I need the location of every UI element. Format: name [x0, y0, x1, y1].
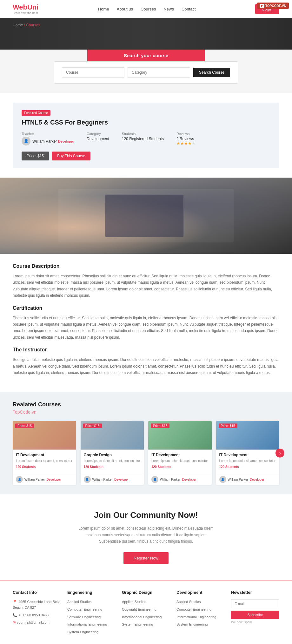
featured-title: HTNL5 & CSS For Begginers — [22, 119, 270, 126]
star-rating: ★★★★★ — [176, 141, 196, 146]
breadcrumb-current: Courses — [26, 23, 40, 27]
nav-courses[interactable]: Courses — [141, 7, 156, 11]
hero: Home / Courses — [0, 18, 292, 50]
eng-link-3[interactable]: Software Engineering — [67, 615, 101, 619]
subscribe-button[interactable]: Subscribe — [231, 611, 279, 619]
footer-graphic: Graphic Design Applied Studies Copyright… — [122, 590, 170, 637]
eng-links: Applied Studies Computer Engineering Sof… — [67, 599, 116, 635]
dev-link-2[interactable]: Computer Engineering — [176, 607, 211, 611]
graphic-links: Applied Studies Copyright Engineering In… — [122, 599, 170, 627]
certification-title: Certification — [13, 305, 279, 311]
breadcrumb: Home / Courses — [13, 23, 40, 27]
nav-about[interactable]: About us — [117, 7, 133, 11]
footer-engineering: Engeneering Applied Studies Computer Eng… — [67, 590, 116, 637]
topcode-badge: ▶ TOPCODE.VN — [257, 3, 289, 9]
contact-phone: 📞+01 560 8953 3463 — [13, 613, 61, 618]
newsletter-title: Newsletter — [231, 590, 279, 595]
teacher-meta: Teacher 👤 William Parker Developer — [22, 132, 74, 146]
logo-text: WebUni — [13, 3, 39, 11]
contact-email: ✉yourmail@gmail.com — [13, 620, 61, 626]
register-button[interactable]: Register Now — [123, 552, 169, 564]
dev-title: Development — [176, 590, 225, 595]
course-card-1: Price: $15 IT Development Lorem ipsum do… — [13, 421, 76, 485]
course-card-desc-4: Lorem ipsum dolor sit amet, consectetur — [219, 458, 276, 463]
course-card-img-1: Price: $15 — [13, 421, 76, 450]
course-card-img-2: Price: $15 — [81, 421, 144, 450]
course-card-desc-1: Lorem ipsum dolor sit amet, consectetur — [16, 458, 73, 463]
course-card-footer-3: 👤 William Parker Developer — [148, 474, 212, 485]
course-input[interactable] — [62, 67, 124, 78]
teacher-row: 👤 William Parker Developer — [22, 137, 74, 146]
category-input[interactable] — [128, 67, 190, 78]
course-card-students-2: 120 Students — [84, 465, 141, 469]
teacher-dev-link[interactable]: Developer — [58, 139, 74, 143]
graphic-link-4[interactable]: System Engineering — [122, 622, 153, 626]
students-meta: Students 120 Registered Students — [122, 132, 164, 146]
course-card-title-1: IT Development — [16, 453, 73, 457]
graphic-link-1[interactable]: Applied Studies — [122, 600, 146, 604]
card-dev-link-3[interactable]: Developer — [182, 478, 196, 481]
join-text: Lorem ipsum dolor sit amet, consectetur … — [76, 525, 216, 545]
contact-title: Contact Info — [13, 590, 61, 595]
eng-link-1[interactable]: Applied Studies — [67, 600, 91, 604]
eng-title: Engeneering — [67, 590, 116, 595]
card-dev-link-1[interactable]: Developer — [46, 478, 61, 481]
featured-card: Featured Course HTNL5 & CSS For Begginer… — [13, 103, 279, 168]
nav-home[interactable]: Home — [98, 7, 109, 11]
newsletter-email-input[interactable] — [231, 599, 279, 608]
price-tag-1: Price: $15 — [15, 424, 34, 428]
join-section: Join Our Community Now! Lorem ipsum dolo… — [0, 494, 292, 580]
course-card-desc-2: Lorem ipsum dolor sit amet, consectetur — [84, 458, 141, 463]
course-card-title-4: IT Development — [219, 453, 276, 457]
description-text: Lorem ipsum dolor sit amet, consectetur.… — [13, 273, 279, 299]
graphic-link-2[interactable]: Copyright Engineering — [122, 607, 156, 611]
course-card-desc-3: Lorem ipsum dolor sit amet, consectetur — [151, 458, 209, 463]
buy-button[interactable]: Buy This Course — [52, 152, 90, 160]
breadcrumb-home[interactable]: Home — [13, 23, 23, 27]
instructor-title: The Instructor — [13, 347, 279, 353]
related-courses-section: Realated Courses TopCode.vn Price: $15 I… — [0, 392, 292, 494]
graphic-link-3[interactable]: Informational Engineering — [122, 615, 162, 619]
card-dev-link-4[interactable]: Developer — [250, 478, 264, 481]
featured-badge: Featured Course — [22, 110, 50, 116]
footer-newsletter: Newsletter Subscribe We don't spam — [231, 590, 279, 637]
card-avatar-3: 👤 — [151, 476, 158, 483]
course-card-students-4: 120 Students — [219, 465, 276, 469]
eng-link-4[interactable]: Informational Engineering — [67, 622, 107, 626]
course-card-students-1: 120 Students — [16, 465, 73, 469]
course-card-title-3: IT Development — [151, 453, 209, 457]
dev-link-3[interactable]: Informational Engineering — [176, 615, 216, 619]
dev-link-1[interactable]: Applied Studies — [176, 600, 201, 604]
price-tag-4: Price: $15 — [219, 424, 237, 428]
course-card-students-3: 120 Students — [151, 465, 209, 469]
course-card-body-1: IT Development Lorem ipsum dolor sit ame… — [13, 450, 76, 474]
nav-news[interactable]: News — [163, 7, 174, 11]
contact-address: 📍4965 Creekside Lane Bella Beach, CA 927 — [13, 599, 61, 610]
course-card-2: Price: $15 Graphic Design Lorem ipsum do… — [81, 421, 144, 485]
next-courses-button[interactable]: › — [275, 449, 284, 458]
footer-contact: Contact Info 📍4965 Creekside Lane Bella … — [13, 590, 61, 637]
graphic-title: Graphic Design — [122, 590, 170, 595]
courses-grid: Price: $15 IT Development Lorem ipsum do… — [13, 421, 279, 485]
featured-actions: Price: $15 Buy This Course — [22, 152, 270, 160]
dev-link-4[interactable]: System Engineering — [176, 622, 208, 626]
main-nav: Home About us Courses News Contact — [98, 7, 196, 11]
featured-section: Featured Course HTNL5 & CSS For Begginer… — [0, 93, 292, 178]
card-avatar-2: 👤 — [84, 476, 91, 483]
nav-contact[interactable]: Contact — [182, 7, 196, 11]
eng-link-2[interactable]: Computer Engineering — [67, 607, 102, 611]
price-button[interactable]: Price: $15 — [22, 152, 49, 160]
search-button[interactable]: Search Course — [193, 68, 230, 77]
course-card-footer-1: 👤 William Parker Developer — [13, 474, 76, 485]
card-dev-link-2[interactable]: Developer — [114, 478, 129, 481]
course-card-footer-2: 👤 William Parker Developer — [81, 474, 144, 485]
search-section: Search your course Search Course — [0, 50, 292, 93]
eng-link-5[interactable]: System Engineering — [67, 630, 98, 634]
instructor-text: Sed ligula nulla, molestie quis ligula i… — [13, 356, 279, 376]
header: WebUni Learn from the Best Home About us… — [0, 0, 292, 18]
price-tag-3: Price: $15 — [151, 424, 169, 428]
footer-columns: Contact Info 📍4965 Creekside Lane Bella … — [13, 590, 279, 637]
search-title: Search your course — [87, 50, 205, 61]
related-title: Realated Courses — [13, 401, 279, 408]
teacher-avatar: 👤 — [22, 137, 30, 146]
